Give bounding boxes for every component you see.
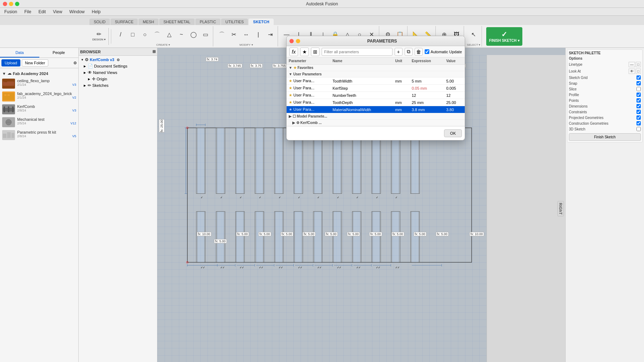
dimensions-checkbox[interactable] xyxy=(636,104,641,108)
tree-item-doc-settings[interactable]: ▶ 📄 Document Settings xyxy=(79,63,156,69)
palette-slice[interactable]: Slice xyxy=(569,86,641,92)
finish-sketch-palette-button[interactable]: Finish Sketch xyxy=(569,133,641,141)
table-row[interactable]: ★ User Para... NumberTeeth 12 12 xyxy=(287,92,465,99)
params-filter-button[interactable]: ⊞ xyxy=(311,48,319,56)
slice-checkbox[interactable] xyxy=(636,87,641,91)
tree-root[interactable]: ▼ ⚙ KerfComb v3 ⚙ xyxy=(79,56,156,63)
tree-item-origin[interactable]: ▶ ✛ Origin xyxy=(79,76,156,82)
palette-construction-geometries[interactable]: Construction Geometries xyxy=(569,120,641,126)
params-add-button[interactable]: + xyxy=(395,48,402,56)
modify-trim[interactable]: ✂ xyxy=(228,26,240,43)
palette-snap[interactable]: Snap xyxy=(569,80,641,86)
tree-item-sketches[interactable]: ▶ ✏ Sketches xyxy=(79,82,156,89)
params-close-button[interactable] xyxy=(289,39,294,43)
palette-sketch-grid[interactable]: Sketch Grid xyxy=(569,75,641,80)
palette-constraints[interactable]: Constraints xyxy=(569,109,641,115)
settings-icon[interactable]: ⚙ xyxy=(117,58,120,62)
finish-sketch-button[interactable]: ✓ FINISH SKETCH ▾ xyxy=(486,27,522,46)
params-ok-button[interactable]: OK xyxy=(444,129,462,137)
create-rect[interactable]: □ xyxy=(127,26,138,43)
projected-geo-checkbox[interactable] xyxy=(636,115,641,120)
minimize-button[interactable] xyxy=(9,2,13,6)
params-copy-button[interactable]: ⧉ xyxy=(405,48,413,56)
modify-offset[interactable]: ⇥ xyxy=(265,26,276,43)
params-fx-button[interactable]: fx xyxy=(289,48,298,56)
sketch-grid-checkbox[interactable] xyxy=(636,75,641,80)
table-row[interactable]: ★ User Para... MaterialNominalWidth mm 3… xyxy=(287,106,465,113)
menu-window[interactable]: Window xyxy=(68,9,86,15)
browser-expand-icon[interactable]: ⊞ xyxy=(152,49,156,54)
svg-text:✓✓: ✓✓ xyxy=(317,266,322,269)
list-item[interactable]: ceiling_flexo_lamp 2/1/24 V3 xyxy=(1,77,77,90)
svg-text:✓: ✓ xyxy=(201,196,203,199)
linetype-icon2[interactable]: □ xyxy=(636,62,641,67)
select-btn[interactable]: ↖ xyxy=(468,26,479,43)
create-line[interactable]: / xyxy=(115,26,126,43)
list-item[interactable]: KerfComb 2/8/24 V3 xyxy=(1,103,77,116)
params-toolbar: fx ★ ⊞ + ⧉ 🗑 Automatic Update xyxy=(287,46,465,58)
new-folder-button[interactable]: New Folder xyxy=(22,59,48,66)
tab-solid[interactable]: SOLID xyxy=(89,19,110,25)
create-arc[interactable]: ⌒ xyxy=(151,26,163,43)
create-spline[interactable]: ~ xyxy=(176,26,187,43)
menu-help[interactable]: Help xyxy=(91,9,102,15)
list-item[interactable]: fab_academy_2024_lego_brick 2/1/24 V2 xyxy=(1,90,77,103)
look-at-icon[interactable]: 👁 xyxy=(629,69,635,74)
params-delete-button[interactable]: 🗑 xyxy=(415,48,423,56)
section-arrow: ▼ xyxy=(2,71,6,76)
table-row[interactable]: ★ User Para... KerfStep 0.05 mm 0.005 xyxy=(287,85,465,92)
palette-points[interactable]: Points xyxy=(569,98,641,103)
menu-file[interactable]: File xyxy=(23,9,33,15)
tab-utilities[interactable]: UTILITIES xyxy=(221,19,248,25)
auto-update-checkbox[interactable] xyxy=(425,49,429,54)
profile-checkbox[interactable] xyxy=(636,93,641,97)
params-minimize-button[interactable] xyxy=(296,39,300,43)
table-row[interactable]: ★ User Para... ToothWidth mm 5 mm 5.00 xyxy=(287,78,465,85)
favorites-arrow: ▼ xyxy=(289,66,292,70)
create-polygon[interactable]: △ xyxy=(164,26,175,43)
svg-rect-58 xyxy=(372,212,380,262)
look-at-icon2[interactable]: □ xyxy=(636,69,641,74)
palette-3d-sketch[interactable]: 3D Sketch xyxy=(569,126,641,132)
create-slot[interactable]: ▭ xyxy=(200,26,211,43)
sidebar-tab-people[interactable]: People xyxy=(39,48,79,58)
maximize-button[interactable] xyxy=(15,2,19,6)
svg-rect-4 xyxy=(8,94,10,96)
tab-surface[interactable]: SURFACE xyxy=(111,19,138,25)
modify-extend[interactable]: ↔ xyxy=(240,26,252,43)
3d-sketch-checkbox[interactable] xyxy=(636,127,641,131)
tab-mesh[interactable]: MESH xyxy=(138,19,158,25)
create-circle[interactable]: ○ xyxy=(139,26,151,43)
svg-rect-1 xyxy=(4,80,7,82)
tab-plastic[interactable]: PLASTIC xyxy=(195,19,220,25)
list-item[interactable]: Parametric press fit kit 2/8/24 V5 xyxy=(1,129,77,142)
snap-checkbox[interactable] xyxy=(636,81,641,85)
menu-fusion[interactable]: Fusion xyxy=(3,9,19,15)
modify-fillet[interactable]: ⌒ xyxy=(216,26,228,43)
tab-sketch[interactable]: SKETCH xyxy=(249,19,273,25)
menu-edit[interactable]: Edit xyxy=(37,9,47,15)
construction-geo-checkbox[interactable] xyxy=(636,121,641,125)
design-dropdown[interactable]: ✏ DESIGN ▾ xyxy=(91,28,107,45)
points-checkbox[interactable] xyxy=(636,98,641,103)
create-ellipse[interactable]: ◯ xyxy=(188,26,199,43)
tree-item-named-views[interactable]: ▶ 👁 Named Views xyxy=(79,69,156,76)
tab-sheet-metal[interactable]: SHEET METAL xyxy=(159,19,195,25)
palette-projected-geometries[interactable]: Projected Geometries xyxy=(569,115,641,120)
params-star-button[interactable]: ★ xyxy=(300,48,309,56)
constraints-checkbox[interactable] xyxy=(636,110,641,114)
list-item[interactable]: Mechanical test 2/5/24 V12 xyxy=(1,116,77,129)
close-button[interactable] xyxy=(3,2,7,6)
upload-button[interactable]: Upload xyxy=(1,59,20,66)
linetype-icon1[interactable]: — xyxy=(629,62,635,67)
params-search-input[interactable] xyxy=(322,48,392,56)
palette-dimensions[interactable]: Dimensions xyxy=(569,103,641,109)
settings-gear-icon[interactable]: ⚙ xyxy=(73,61,77,65)
project-info: fab_academy_2024_lego_brick 2/1/24 V2 xyxy=(17,91,76,99)
sidebar-tab-data[interactable]: Data xyxy=(0,48,39,58)
menu-view[interactable]: View xyxy=(52,9,64,15)
palette-profile[interactable]: Profile xyxy=(569,92,641,98)
svg-rect-48 xyxy=(275,212,283,262)
modify-break[interactable]: | xyxy=(253,26,264,43)
table-row[interactable]: ★ User Para... ToothDepth mm 25 mm 25.00 xyxy=(287,99,465,106)
